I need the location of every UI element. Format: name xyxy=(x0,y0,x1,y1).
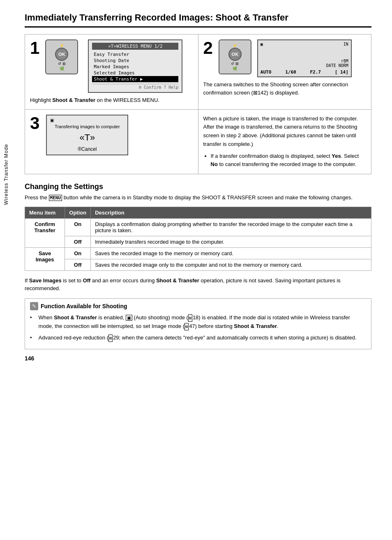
page-number: 146 xyxy=(25,355,371,362)
list-item: Advanced red-eye reduction (⊠29; when th… xyxy=(30,334,366,342)
transfer-battery-icon: ▣ xyxy=(50,118,124,122)
step-3-cell-right: When a picture is taken, the image is tr… xyxy=(198,110,371,174)
frame-count: [ 14] xyxy=(335,69,348,75)
menu-item-easy-transfer: Easy Transfer xyxy=(92,51,178,58)
step-2-number: 2 xyxy=(203,39,213,57)
aperture: F2.7 xyxy=(310,69,321,75)
steps-grid: 1 ⚡ OK ↺⊞ 🌿 «T»WIRELESS MENU 1/2 Easy Tr… xyxy=(25,34,371,174)
steps-row-1: 1 ⚡ OK ↺⊞ 🌿 «T»WIRELESS MENU 1/2 Easy Tr… xyxy=(25,35,371,110)
step-2-camera: ⚡ OK ↺⊞ 🌿 xyxy=(219,39,251,74)
confirm-off: Off xyxy=(65,236,91,247)
col-option: Option xyxy=(65,207,91,218)
menu-item-shoot-transfer: Shoot & Transfer ▶ xyxy=(92,76,178,82)
save-on-desc: Saves the recorded image to the memory o… xyxy=(91,247,371,259)
menu-confirm: ® Confirm ? Help xyxy=(92,84,178,90)
auto-label: AUTO xyxy=(261,69,272,75)
save-off: Off xyxy=(65,259,91,270)
col-menu-item: Menu item xyxy=(25,207,65,218)
in-label: IN xyxy=(344,42,348,46)
settings-title: Changing the Settings xyxy=(25,182,371,191)
confirm-on-desc: Displays a confirmation dialog prompting… xyxy=(91,218,371,236)
table-row: Save Images On Saves the recorded image … xyxy=(25,247,371,259)
function-title-row: ✎ Function Available for Shooting xyxy=(30,302,366,310)
save-on: On xyxy=(65,247,91,259)
transfer-cancel: ®Cancel xyxy=(50,146,124,152)
step-1-menu-screen: «T»WIRELESS MENU 1/2 Easy Transfer Shoot… xyxy=(88,39,182,93)
transfer-signal-icon: «T» xyxy=(50,132,124,143)
menu-item-marked-images: Marked Images xyxy=(92,64,178,70)
function-title: Function Available for Shooting xyxy=(41,303,127,309)
step-1-camera: ⚡ OK ↺⊞ 🌿 xyxy=(45,39,78,74)
list-item: When Shoot & Transfer is enabled, ▣ (Aut… xyxy=(30,314,366,331)
settings-table: Menu item Option Description ConfirmTran… xyxy=(25,207,371,271)
step-3-description: When a picture is taken, the image is tr… xyxy=(203,115,367,169)
battery-icon: ▣ xyxy=(261,42,263,46)
function-section: ✎ Function Available for Shooting When S… xyxy=(25,298,371,349)
step-3-number: 3 xyxy=(30,115,39,132)
col-description: Description xyxy=(91,207,371,218)
step2-ok-button: OK xyxy=(228,48,242,61)
step-2-cell: 2 ⚡ OK ↺⊞ 🌿 ▣ IN r8M xyxy=(198,35,371,109)
save-off-desc: Saves the recorded image only to the com… xyxy=(91,259,371,270)
save-images-label: Save Images xyxy=(25,247,65,270)
image-size: r8M DATE NORM xyxy=(261,59,348,68)
shutter-speed: 1/60 xyxy=(285,69,296,75)
step-2-caption: The camera switches to the Shooting scre… xyxy=(203,81,367,97)
table-row: Off Immediately transfers recorded image… xyxy=(25,236,371,247)
step-1-cell: 1 ⚡ OK ↺⊞ 🌿 «T»WIRELESS MENU 1/2 Easy Tr… xyxy=(25,35,198,109)
pencil-icon: ✎ xyxy=(30,302,38,310)
page-title: Immediately Transferring Recorded Images… xyxy=(25,12,371,28)
ok-button: OK xyxy=(55,48,68,61)
steps-row-2: 3 ▣ Transferring images to computer «T» … xyxy=(25,110,371,174)
step2-cam-icons: ↺⊞ xyxy=(231,62,239,66)
menu-title: «T»WIRELESS MENU 1/2 xyxy=(92,43,178,50)
menu-item-selected-images: Selected Images xyxy=(92,70,178,76)
screen-top-row: ▣ IN xyxy=(261,42,348,46)
step-1-caption: Highlight Shoot & Transfer on the WIRELE… xyxy=(30,96,193,104)
step-1-number: 1 xyxy=(30,39,39,57)
step-3-transfer-screen: ▣ Transferring images to computer «T» ®C… xyxy=(46,115,128,155)
bullet-text-2: Advanced red-eye reduction (⊠29; when th… xyxy=(39,334,357,342)
function-bullets: When Shoot & Transfer is enabled, ▣ (Aut… xyxy=(30,314,366,342)
confirm-off-desc: Immediately transfers recorded image to … xyxy=(91,236,371,247)
step-2-screen: ▣ IN r8M DATE NORM AUTO 1/60 F2.7 [ 14] xyxy=(257,39,352,77)
table-row: Off Saves the recorded image only to the… xyxy=(25,259,371,270)
settings-section: Changing the Settings Press the MENU but… xyxy=(25,182,371,293)
bullet-text-1: When Shoot & Transfer is enabled, ▣ (Aut… xyxy=(39,314,366,331)
confirm-on: On xyxy=(65,218,91,236)
cam-icons: ↺⊞ xyxy=(58,62,66,66)
transfer-title: Transferring images to computer xyxy=(50,124,124,129)
menu-item-shooting-date: Shooting Date xyxy=(92,58,178,64)
confirm-transfer-label: ConfirmTransfer xyxy=(25,218,65,247)
settings-note: If Save Images is set to Off and an erro… xyxy=(25,277,371,293)
table-row: ConfirmTransfer On Displays a confirmati… xyxy=(25,218,371,236)
step-3-cell-left: 3 ▣ Transferring images to computer «T» … xyxy=(25,110,198,174)
settings-intro: Press the MENU button while the camera i… xyxy=(25,194,371,202)
screen-bottom-row: AUTO 1/60 F2.7 [ 14] xyxy=(261,69,348,75)
menu-button-label: MENU xyxy=(49,195,62,201)
sidebar-label: Wireless Transfer Mode xyxy=(3,144,9,205)
